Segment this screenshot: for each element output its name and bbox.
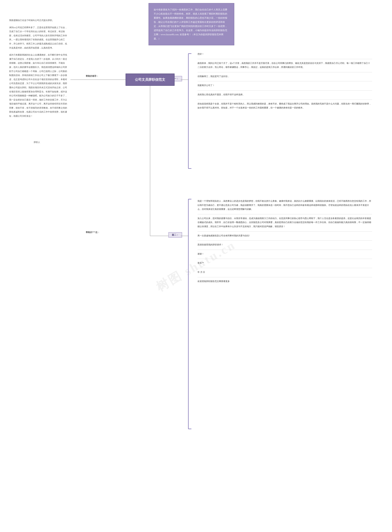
intro-box: 如今很多朋友为了找到一份满意的工作，我们会在自己的个人简历上花费不少心机创造出不…: [149, 3, 234, 45]
right-item-nihao: 您好！: [197, 52, 372, 56]
respected-leader-text: 尊敬的领导：: [86, 75, 99, 77]
divider-5: [197, 99, 372, 100]
divider-1: [197, 59, 372, 59]
right-col-2-content: 我是一个理智而现实的人，虽然事业上的进步也是我的梦想，但我不敢去拼什么青春。健康…: [188, 196, 372, 289]
branch2-box: 篇二：: [168, 232, 182, 238]
left-para-1: 我很遗憾自己在这个时候向公司正式提出辞职。: [9, 18, 67, 23]
right-col-1-content: 您好！ 曲指算来，我到公司已有个月了，这x个月里，虽然我的工作并不是尽善尽美，但…: [188, 49, 372, 116]
right-item2-lilizhi: 我是一个理智而现实的人，虽然事业上的进步也是我的梦想，但我不敢去拼什么青春。健康…: [197, 199, 372, 211]
page-container: 树图 shutu.cn 如今很多朋友为了找到一份满意的工作，我们会在自己的个人简…: [0, 0, 392, 532]
right-item2-kenqing: 恳请您接受我的辞职请求！: [197, 243, 372, 247]
right-item-dan: 但我豫再三，我还是写了这封信，: [197, 75, 372, 79]
intro-text: 如今很多朋友为了找到一份满意的工作，我们会在自己的个人简历上花费不少心机创造出不…: [154, 8, 227, 40]
respected-leader-label: 尊敬的领导：: [86, 75, 99, 78]
right-item2-qianming: 签名**: [197, 261, 372, 265]
divider2-1: [197, 214, 372, 214]
signer: 辞职人: [34, 141, 40, 144]
branch2-label: 篇二：: [172, 234, 179, 236]
center-title: 公司文员辞职信范文: [135, 77, 165, 82]
right-item2-jiaru: 加入公司以来，您对我的器重与信任，令我非常感动，也成为激励我努力工作的动力。在您…: [197, 217, 372, 229]
left-text-block: 我很遗憾自己在这个时候向公司正式提出辞职。 来到xx公司也已经两年多了，正是在这…: [9, 18, 67, 121]
right-item2-xiexie: 谢谢！: [197, 252, 372, 256]
respected-general-text: 尊敬的***总：: [86, 231, 100, 233]
right-item2-zaici: 再一次真诚地感谢您及公司全体同事对我的关爱与信任!: [197, 234, 372, 238]
divider-3: [197, 81, 372, 81]
divider2-7: [197, 277, 372, 277]
right-col-2: 我是一个理智而现实的人，虽然事业上的进步也是我的梦想，但我不敢去拼什么青春。健康…: [188, 196, 372, 289]
right-item-qu: 曲指算来，我到公司已有个月了，这x个月里，虽然我的工作并不是尽善尽美，但在公司同…: [197, 61, 372, 69]
left-para-3: 或许只有重新再跑到社会上去遭遇挫折，在不断打拼中去寻找属于自己的定位，才是我人生…: [9, 53, 67, 118]
right-col-1: 您好！ 曲指算来，我到公司已有个月了，这x个月里，虽然我的工作并不是尽善尽美，但…: [188, 49, 372, 116]
center-box: 公司文员辞职信范文: [126, 74, 175, 86]
left-para-2: 来到xx公司也已经两年多了，正是在这里我开始踏上了社会，完成了自己从一个学生到社…: [9, 26, 67, 50]
right-item2-huanying: 欢迎登陆辞职报告范文网查看更多: [197, 279, 372, 283]
divider2-2: [197, 231, 372, 232]
divider2-3: [197, 240, 372, 241]
divider-2: [197, 72, 372, 72]
right-item-zhidao: 您知道虽然我是个女孩，但我并不是个柏吃苦的人，而让我感到难堪的是，身体不好。屡然…: [197, 102, 372, 110]
right-item-likai: 我要离开公司了！: [197, 84, 372, 88]
right-item2-nian: 年 月 日: [197, 270, 372, 274]
respected-general-label: 尊敬的***总：: [86, 231, 100, 234]
right-item-suiran: 虽然我心里也真的不愿意，但我不得不这样选择。: [197, 93, 372, 97]
